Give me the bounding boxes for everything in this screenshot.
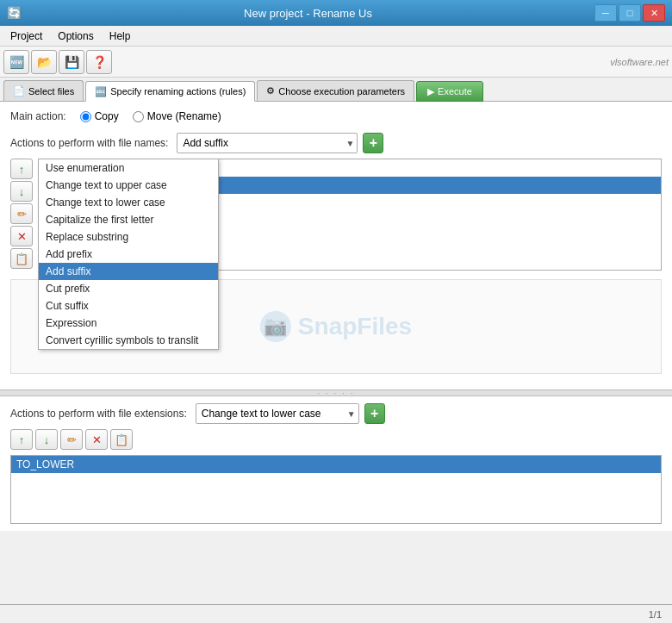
dropdown-option-lower-case[interactable]: Change text to lower case: [39, 194, 218, 211]
status-bar: 1/1: [0, 604, 672, 623]
app-icon: 🔄: [7, 6, 22, 20]
help-button[interactable]: ❓: [86, 50, 112, 74]
title-bar-left: 🔄: [7, 6, 22, 20]
file-names-dropdown-popup: Use enumeration Change text to upper cas…: [38, 159, 219, 350]
ext-edit-button[interactable]: ✏: [60, 429, 83, 450]
delete-button[interactable]: ✕: [10, 226, 33, 246]
main-action-row: Main action: Copy Move (Rename): [10, 110, 662, 122]
ext-list-item[interactable]: TO_LOWER: [11, 456, 661, 473]
execute-label: Execute: [438, 86, 472, 97]
file-ext-dropdown[interactable]: Use enumerationChange text to upper case…: [196, 403, 359, 424]
radio-copy[interactable]: Copy: [80, 110, 119, 122]
radio-move[interactable]: Move (Rename): [133, 110, 221, 122]
menu-options[interactable]: Options: [51, 28, 100, 44]
minimize-button[interactable]: ─: [594, 4, 617, 22]
file-names-dropdown-row: Actions to perform with file names: Use …: [10, 133, 662, 153]
section-divider: · · · · ·: [0, 389, 672, 396]
bottom-section: Actions to perform with file extensions:…: [0, 396, 672, 531]
execute-icon: ▶: [427, 86, 434, 97]
radio-move-input[interactable]: [133, 111, 144, 122]
tab-rename-actions-icon: 🔤: [95, 86, 107, 97]
title-bar: 🔄 New project - Rename Us ─ □ ✕: [0, 0, 672, 26]
close-button[interactable]: ✕: [643, 4, 665, 22]
tab-select-files-label: Select files: [28, 86, 74, 97]
move-up-button[interactable]: ↑: [10, 159, 33, 179]
ext-copy-button[interactable]: 📋: [110, 429, 133, 450]
file-names-section: Actions to perform with file names: Use …: [10, 133, 662, 374]
divider-dots: · · · · ·: [317, 389, 354, 398]
tab-execution-params-label: Choose execution parameters: [278, 86, 405, 97]
title-bar-controls: ─ □ ✕: [594, 4, 665, 22]
dropdown-option-cyrillic[interactable]: Convert cyrillic symbols to translit: [39, 332, 218, 349]
radio-copy-input[interactable]: [80, 111, 91, 122]
tab-execution-params-icon: ⚙: [266, 85, 275, 97]
dropdown-option-capitalize[interactable]: Capitalize the first letter: [39, 211, 218, 228]
dropdown-option-cut-prefix[interactable]: Cut prefix: [39, 280, 218, 297]
dropdown-option-replace[interactable]: Replace substring: [39, 228, 218, 246]
file-names-actions-toolbar: ↑ ↓ ✏ ✕ 📋: [10, 159, 33, 269]
file-names-label: Actions to perform with file names:: [10, 137, 168, 149]
toolbar: 🆕 📂 💾 ❓ vlsoftware.net: [0, 47, 672, 78]
copy-button[interactable]: 📋: [10, 248, 33, 269]
watermark: 📷 SnapFiles: [260, 311, 412, 342]
dropdown-option-add-suffix[interactable]: Add suffix: [39, 263, 218, 280]
ext-move-up-button[interactable]: ↑: [10, 429, 33, 450]
move-down-button[interactable]: ↓: [10, 181, 33, 202]
window-title: New project - Rename Us: [22, 7, 594, 20]
main-content: Main action: Copy Move (Rename) Actions …: [0, 102, 672, 389]
tab-rename-actions-label: Specify renaming actions (rules): [110, 86, 246, 97]
file-ext-dropdown-wrapper: Use enumerationChange text to upper case…: [196, 403, 359, 424]
ext-delete-button[interactable]: ✕: [85, 429, 108, 450]
dropdown-option-expression[interactable]: Expression: [39, 315, 218, 332]
menu-help[interactable]: Help: [103, 28, 138, 44]
file-ext-list[interactable]: TO_LOWER: [10, 455, 662, 524]
tab-select-files-icon: 📄: [13, 85, 25, 97]
dropdown-option-upper-case[interactable]: Change text to upper case: [39, 177, 218, 194]
radio-group: Copy Move (Rename): [80, 110, 221, 122]
file-ext-add-button[interactable]: +: [364, 403, 385, 424]
tab-select-files[interactable]: 📄 Select files: [3, 80, 84, 101]
dropdown-option-use-enumeration[interactable]: Use enumeration: [39, 159, 218, 177]
file-names-dropdown-wrapper: Use enumerationChange text to upper case…: [177, 133, 358, 153]
radio-copy-label: Copy: [95, 110, 119, 122]
new-button[interactable]: 🆕: [3, 50, 29, 74]
menu-bar: Project Options Help: [0, 26, 672, 47]
execute-tab-button[interactable]: ▶ Execute: [416, 81, 483, 102]
watermark-logo: 📷: [260, 311, 291, 342]
edit-button[interactable]: ✏: [10, 203, 33, 224]
tab-strip: 📄 Select files 🔤 Specify renaming action…: [0, 78, 672, 102]
file-names-dropdown[interactable]: Use enumerationChange text to upper case…: [177, 133, 358, 153]
file-ext-label: Actions to perform with file extensions:: [10, 408, 187, 420]
save-button[interactable]: 💾: [59, 50, 84, 74]
watermark-text: SnapFiles: [298, 313, 412, 340]
maximize-button[interactable]: □: [619, 4, 641, 22]
tab-execution-params[interactable]: ⚙ Choose execution parameters: [257, 80, 414, 101]
file-names-list-area: TO_LOWER ADD_SUFFIX:sf_; Use enumeration…: [38, 159, 662, 271]
page-indicator: 1/1: [649, 609, 662, 620]
main-action-label: Main action:: [10, 110, 66, 122]
menu-project[interactable]: Project: [3, 28, 49, 44]
dropdown-option-cut-suffix[interactable]: Cut suffix: [39, 297, 218, 315]
ext-move-down-button[interactable]: ↓: [35, 429, 58, 450]
radio-move-label: Move (Rename): [147, 110, 221, 122]
tab-rename-actions[interactable]: 🔤 Specify renaming actions (rules): [85, 81, 255, 102]
file-names-add-button[interactable]: +: [363, 133, 383, 153]
open-button[interactable]: 📂: [31, 50, 57, 74]
brand-text: vlsoftware.net: [610, 57, 669, 67]
file-ext-dropdown-row: Actions to perform with file extensions:…: [10, 403, 662, 424]
file-ext-actions-toolbar: ↑ ↓ ✏ ✕ 📋: [10, 429, 662, 450]
dropdown-option-add-prefix[interactable]: Add prefix: [39, 246, 218, 263]
